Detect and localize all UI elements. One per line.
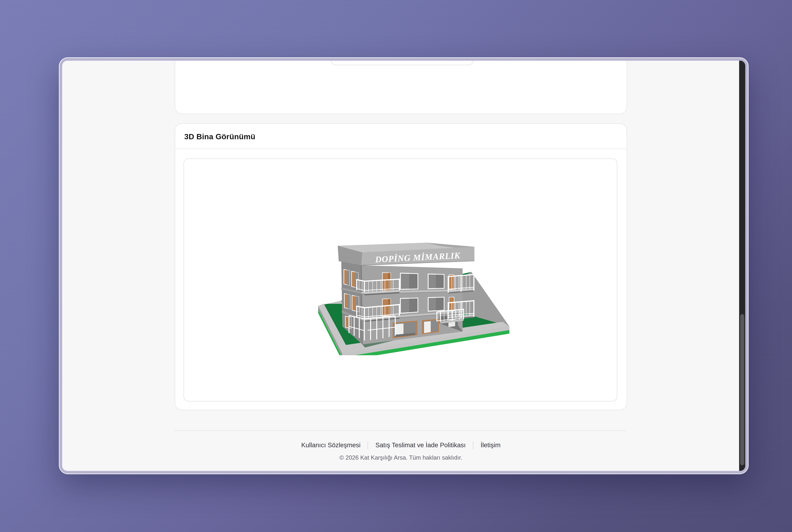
footer-link-separator [473,441,473,449]
footer-link-sales-return-policy[interactable]: Satış Teslimat ve İade Politikası [375,441,466,449]
footer-copyright: © 2026 Kat Karşılığı Arsa. Tüm hakları s… [175,454,627,460]
footer-links: Kullanıcı Sözleşmesi Satış Teslimat ve İ… [175,441,627,450]
scrollbar-thumb[interactable] [740,314,744,465]
roof: DOPİNG MİMARLIK [338,243,475,265]
page-viewport: Yatak O. 17.50 m² Teras 9.54 m² Zemin Ka… [62,61,745,471]
card-title: 3D Bina Görünümü [184,132,255,141]
building-3d-card: 3D Bina Görünümü [175,124,627,410]
floorplan-image-frame: Yatak O. 17.50 m² Teras 9.54 m² Zemin Ka… [331,61,474,65]
browser-window: Yatak O. 17.50 m² Teras 9.54 m² Zemin Ka… [59,58,748,473]
building-3d-render: DOPİNG MİMARLIK [317,240,510,355]
floorplan-card: Yatak O. 17.50 m² Teras 9.54 m² Zemin Ka… [175,61,627,114]
footer-link-contact[interactable]: İletişim [481,441,501,449]
desktop-background: Yatak O. 17.50 m² Teras 9.54 m² Zemin Ka… [0,0,792,532]
scrollbar-track[interactable] [739,61,745,471]
footer-link-user-agreement[interactable]: Kullanıcı Sözleşmesi [301,441,361,449]
card-header: 3D Bina Görünümü [175,124,626,149]
footer-divider [173,430,626,431]
footer-link-separator [368,441,368,449]
building-3d-viewport[interactable]: DOPİNG MİMARLIK [183,158,617,401]
